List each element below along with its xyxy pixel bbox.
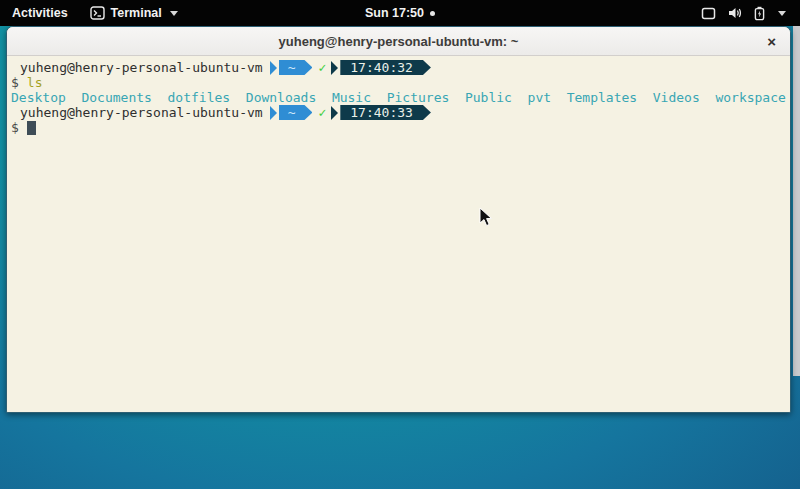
directory-list: Desktop Documents dotfiles Downloads Mus…	[11, 90, 786, 105]
prompt-line: yuheng@henry-personal-ubuntu-vm ~ ✓ 17:4…	[7, 60, 790, 75]
terminal-icon	[90, 6, 105, 20]
battery-charging-icon	[754, 6, 765, 21]
window-titlebar[interactable]: yuheng@henry-personal-ubuntu-vm: ~ ×	[7, 27, 790, 56]
clock-label: Sun 17:50	[365, 6, 424, 20]
prompt-path-segment: ~	[279, 105, 313, 120]
top-bar: Activities Terminal Sun 17:50	[0, 0, 800, 26]
terminal-window: yuheng@henry-personal-ubuntu-vm: ~ × yuh…	[6, 26, 791, 413]
notification-dot	[430, 11, 435, 16]
chevron-down-icon	[778, 11, 786, 16]
prompt-time-segment: 17:40:33	[340, 105, 431, 120]
powerline-arrow-icon	[331, 106, 338, 120]
app-menu-label: Terminal	[111, 6, 162, 20]
status-check-icon: ✓	[318, 60, 326, 75]
clock-button[interactable]: Sun 17:50	[365, 6, 435, 20]
close-button[interactable]: ×	[767, 27, 776, 55]
command-text: ls	[27, 75, 43, 90]
screen-icon	[701, 7, 716, 20]
status-check-icon: ✓	[318, 105, 326, 120]
input-line: $	[7, 120, 790, 135]
terminal-screen[interactable]: yuheng@henry-personal-ubuntu-vm ~ ✓ 17:4…	[7, 56, 790, 412]
command-line: $ ls	[7, 75, 790, 90]
terminal-cursor	[27, 121, 36, 135]
prompt-user: yuheng@henry-personal-ubuntu-vm	[20, 105, 263, 120]
prompt-user: yuheng@henry-personal-ubuntu-vm	[20, 60, 263, 75]
prompt-path-segment: ~	[279, 60, 313, 75]
prompt-line: yuheng@henry-personal-ubuntu-vm ~ ✓ 17:4…	[7, 105, 790, 120]
chevron-down-icon	[170, 11, 178, 16]
activities-button[interactable]: Activities	[0, 0, 80, 26]
prompt-symbol: $	[11, 75, 19, 90]
prompt-time-segment: 17:40:32	[340, 60, 431, 75]
app-menu-button[interactable]: Terminal	[80, 0, 188, 26]
powerline-arrow-icon	[270, 106, 277, 120]
powerline-arrow-icon	[270, 61, 277, 75]
background-window-edge	[793, 26, 800, 376]
powerline-arrow-icon	[331, 61, 338, 75]
activities-label: Activities	[12, 6, 68, 20]
output-line: Desktop Documents dotfiles Downloads Mus…	[7, 90, 790, 105]
volume-icon	[727, 6, 743, 20]
window-title: yuheng@henry-personal-ubuntu-vm: ~	[279, 34, 519, 49]
system-status-menu[interactable]	[693, 0, 794, 26]
prompt-symbol: $	[11, 120, 19, 135]
